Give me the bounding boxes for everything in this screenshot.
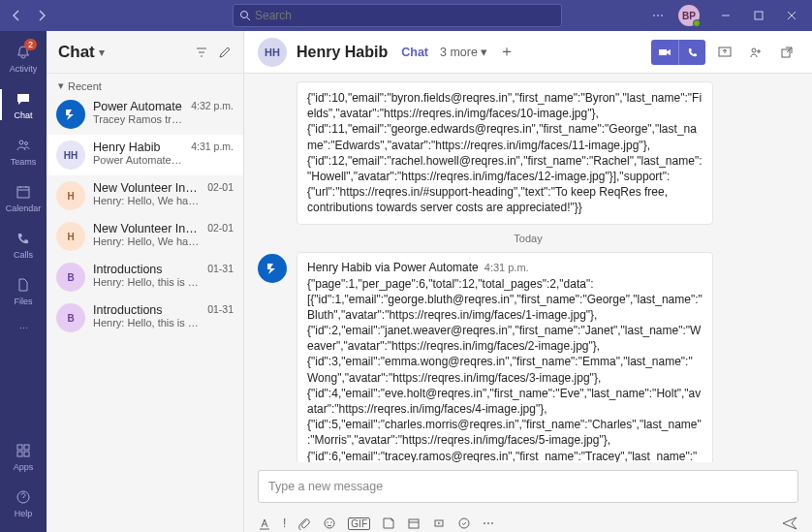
audio-call-button[interactable]	[678, 40, 705, 65]
priority-icon[interactable]: !	[283, 516, 286, 530]
chat-item-henry-habib[interactable]: HH Henry HabibPower Automate: {"page":1,…	[47, 135, 243, 175]
rail-apps[interactable]: Apps	[0, 433, 47, 480]
svg-point-15	[328, 521, 328, 522]
calendar-icon	[14, 182, 33, 202]
chat-item-volunteer-1[interactable]: H New Volunteer Introduct…Henry: Hello, …	[47, 175, 243, 216]
forward-button[interactable]	[31, 5, 52, 26]
search-icon	[239, 10, 251, 21]
chat-name: Henry Habib	[93, 141, 183, 154]
rail-files[interactable]: Files	[0, 267, 47, 314]
format-icon[interactable]	[258, 516, 271, 530]
svg-rect-10	[659, 49, 667, 55]
attach-icon[interactable]	[297, 516, 311, 530]
tab-more[interactable]: 3 more ▾	[440, 45, 487, 59]
schedule-icon[interactable]	[407, 516, 421, 530]
chat-preview: Henry: Hello, this is your introdu…	[93, 276, 200, 288]
conversation-title: Henry Habib	[297, 44, 388, 61]
message-body: {"page":1,"per_page":6,"total":12,"total…	[307, 276, 703, 463]
rail-label: Apps	[14, 462, 34, 472]
window-close[interactable]	[775, 0, 808, 31]
avatar: H	[56, 181, 85, 210]
tab-chat[interactable]: Chat	[401, 46, 428, 59]
svg-point-14	[325, 518, 334, 528]
rail-calendar[interactable]: Calendar	[0, 174, 47, 221]
stream-icon[interactable]	[432, 516, 446, 530]
screen-share-icon[interactable]	[713, 41, 736, 64]
rail-more[interactable]: ⋯	[0, 314, 47, 343]
chat-name: New Volunteer Introduct…	[93, 222, 200, 235]
chat-item-introductions-1[interactable]: B IntroductionsHenry: Hello, this is you…	[47, 257, 243, 297]
approval-icon[interactable]	[457, 516, 471, 530]
rail-label: Calendar	[6, 203, 42, 213]
svg-rect-6	[24, 445, 29, 450]
day-separator: Today	[258, 233, 798, 244]
rail-label: Activity	[10, 64, 38, 74]
chat-list-pane: Chat ▾ ▾Recent Power AutomateTracey Ramo…	[47, 31, 244, 532]
svg-point-16	[331, 521, 332, 522]
window-maximize[interactable]	[742, 0, 775, 31]
chat-time: 4:32 p.m.	[191, 100, 234, 111]
chat-preview: Henry: Hello, We have a new vol…	[93, 195, 200, 206]
chat-preview: Henry: Hello, this is your introdu…	[93, 317, 200, 329]
rail-calls[interactable]: Calls	[0, 221, 47, 267]
help-icon	[14, 487, 33, 507]
rail-teams[interactable]: Teams	[0, 128, 47, 174]
back-button[interactable]	[6, 5, 27, 26]
rail-label: Calls	[14, 250, 33, 260]
chat-time: 02-01	[207, 181, 234, 193]
files-icon	[14, 275, 33, 295]
chat-item-volunteer-2[interactable]: H New Volunteer Introduct…Henry: Hello, …	[47, 216, 243, 257]
sticker-icon[interactable]	[382, 516, 395, 530]
svg-rect-1	[755, 12, 763, 19]
popout-icon[interactable]	[775, 41, 798, 64]
svg-rect-8	[24, 452, 29, 456]
svg-rect-4	[17, 187, 29, 198]
gif-icon[interactable]: GIF	[348, 517, 370, 530]
chat-name: Power Automate	[93, 100, 183, 113]
rail-activity[interactable]: 2 Activity	[0, 35, 47, 81]
svg-rect-7	[17, 452, 22, 456]
chat-preview: Tracey Ramos tracey.ramos@…	[93, 113, 183, 125]
user-avatar[interactable]: BP	[678, 5, 700, 26]
section-label: Recent	[68, 80, 102, 92]
compose-input[interactable]: Type a new message	[258, 470, 798, 503]
chat-preview: Henry: Hello, We have a new vol…	[93, 235, 200, 247]
chat-name: New Volunteer Introduct…	[93, 181, 200, 195]
rail-help[interactable]: Help	[0, 480, 47, 526]
more-icon[interactable]: ⋯	[483, 516, 494, 530]
video-call-button[interactable]	[651, 40, 678, 65]
send-button[interactable]	[781, 515, 798, 532]
more-icon[interactable]: ⋯	[647, 5, 669, 26]
search-box[interactable]	[233, 4, 562, 27]
add-tab-button[interactable]: ＋	[499, 42, 515, 62]
emoji-icon[interactable]	[323, 516, 336, 530]
add-people-icon[interactable]	[744, 41, 767, 64]
compose-area: Type a new message	[244, 462, 812, 509]
message-list[interactable]: {"id":10,"email":"byron.fields@reqres.in…	[244, 74, 812, 462]
compose-icon[interactable]	[218, 46, 232, 59]
app-rail: 2 Activity Chat Teams Calendar Calls Fil…	[0, 31, 47, 532]
rail-label: Chat	[14, 110, 32, 120]
rail-label: Help	[15, 509, 33, 518]
chat-item-power-automate[interactable]: Power AutomateTracey Ramos tracey.ramos@…	[47, 94, 243, 135]
chevron-down-icon: ▾	[58, 79, 64, 92]
avatar: B	[56, 303, 85, 332]
chat-list-title: Chat	[58, 43, 95, 62]
window-minimize[interactable]	[709, 0, 742, 31]
filter-icon[interactable]	[195, 46, 208, 59]
conversation-pane: HH Henry Habib Chat 3 more ▾ ＋ {"id":10,…	[244, 31, 812, 532]
search-input[interactable]	[255, 9, 555, 22]
chat-list-section[interactable]: ▾Recent	[47, 74, 243, 94]
chevron-down-icon[interactable]: ▾	[99, 46, 105, 59]
avatar	[56, 100, 85, 129]
conversation-header: HH Henry Habib Chat 3 more ▾ ＋	[244, 31, 812, 74]
presence-indicator	[693, 19, 701, 27]
chat-icon	[14, 89, 33, 109]
avatar: B	[56, 263, 85, 292]
compose-toolbar: ! GIF ⋯	[244, 509, 812, 532]
rail-chat[interactable]: Chat	[0, 81, 47, 128]
rail-label: Files	[14, 297, 32, 306]
more-icon: ⋯	[19, 324, 28, 333]
chat-item-introductions-2[interactable]: B IntroductionsHenry: Hello, this is you…	[47, 297, 243, 338]
message-bubble: Henry Habib via Power Automate4:31 p.m. …	[297, 252, 713, 463]
